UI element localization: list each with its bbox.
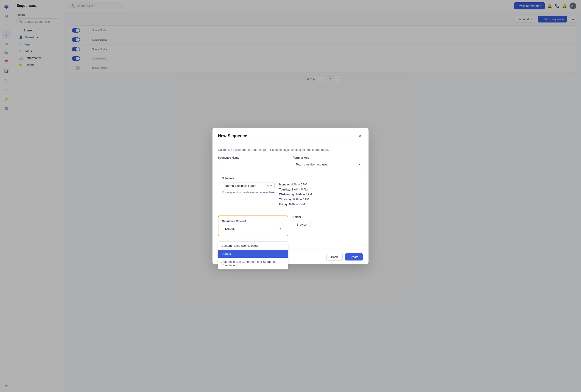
- chevron-down-icon: ▾: [358, 163, 360, 166]
- permissions-value: Team can view and use: [296, 163, 327, 166]
- ruleset-value: Default: [225, 227, 234, 230]
- schedule-chevron-icon: ▾: [270, 184, 272, 188]
- ruleset-box: Sequence Ruleset: Default ✕ ▾ Custom Rul…: [218, 216, 288, 236]
- schedule-label: Schedule: [222, 177, 359, 180]
- schedule-row: Normal Business Hours ✕ ▾ You may edit o…: [222, 182, 359, 207]
- form-row-name-permissions: Sequence Name Permissions Team can view …: [218, 156, 363, 168]
- ruleset-option-default[interactable]: Default: [218, 250, 288, 258]
- ruleset-folder-row: Sequence Ruleset: Default ✕ ▾ Custom Rul…: [218, 216, 363, 241]
- ruleset-section: Sequence Ruleset: Default ✕ ▾ Custom Rul…: [218, 216, 288, 241]
- modal-header: New Sequence ✕: [212, 128, 369, 144]
- close-modal-button[interactable]: ✕: [357, 132, 363, 140]
- schedule-times: Monday: 8 AM – 5 PM Tuesday: 8 AM – 5 PM…: [279, 182, 312, 207]
- modal-overlay[interactable]: New Sequence ✕ Customize this sequence's…: [0, 0, 581, 392]
- schedule-section: Schedule Normal Business Hours ✕ ▾ You m…: [218, 173, 363, 211]
- ruleset-dropdown: Custom Rules (No Ruleset) Default Automa…: [218, 242, 288, 270]
- new-sequence-modal: New Sequence ✕ Customize this sequence's…: [212, 128, 369, 264]
- modal-title: New Sequence: [218, 134, 247, 138]
- schedule-hint-link[interactable]: here: [269, 191, 275, 194]
- modal-body: Customize this sequence's name, permissi…: [212, 144, 369, 249]
- schedule-select[interactable]: Normal Business Hours ✕ ▾: [222, 182, 275, 189]
- permissions-select[interactable]: Team can view and use ▾: [293, 161, 363, 168]
- ruleset-option-custom[interactable]: Custom Rules (No Ruleset): [218, 242, 288, 250]
- ruleset-chevron-icon: ▾: [280, 227, 281, 230]
- form-group-permissions: Permissions Team can view and use ▾: [293, 156, 363, 168]
- create-button[interactable]: Create: [345, 254, 363, 260]
- browse-button[interactable]: Browse: [293, 221, 310, 228]
- schedule-clear-icon[interactable]: ✕: [267, 184, 269, 188]
- ruleset-label: Sequence Ruleset:: [222, 220, 284, 223]
- permissions-label: Permissions: [293, 156, 363, 159]
- ruleset-clear-icon[interactable]: ✕: [276, 227, 278, 230]
- folder-label: Folder: [293, 216, 363, 219]
- ruleset-option-auto[interactable]: Automatic Call Generation and Sequence C…: [218, 258, 288, 269]
- folder-section: Folder Browse: [293, 216, 363, 228]
- schedule-select-wrapper: Normal Business Hours ✕ ▾ You may edit o…: [222, 182, 275, 194]
- modal-description: Customize this sequence's name, permissi…: [218, 148, 363, 152]
- ruleset-select[interactable]: Default ✕ ▾: [222, 225, 284, 232]
- schedule-hint: You may edit or create new schedules her…: [222, 191, 275, 194]
- sequence-name-input[interactable]: [218, 161, 288, 168]
- schedule-value: Normal Business Hours: [225, 184, 256, 188]
- form-group-name: Sequence Name: [218, 156, 288, 168]
- sequence-name-label: Sequence Name: [218, 156, 288, 159]
- back-button[interactable]: Back: [326, 253, 343, 261]
